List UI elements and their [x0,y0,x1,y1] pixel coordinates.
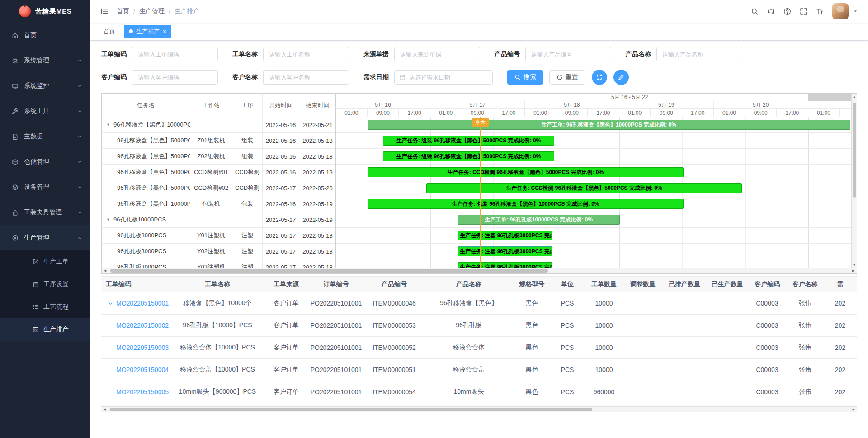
gantt-grid-row[interactable]: 96孔移液盒【黑色】5000PCSZ02组装机组装2022-05-162022-… [102,149,335,165]
gantt-task-name-cell: 96孔移液盒【黑色】5000PCS [102,149,190,164]
gantt-grid-row[interactable]: 96孔孔板3000PCSY02注塑机注塑2022-05-172022-05-18 [102,244,335,259]
gantt-bar[interactable]: 生产任务: 注塑 96孔孔板3000PCS 完成比例: 0% [458,262,552,268]
gantt-grid-row[interactable]: 96孔移液盒【黑色】5000PCSZ01组装机组装2022-05-162022-… [102,133,335,149]
app-root: 苦糖果MES 首页系统管理系统监控系统工具主数据仓储管理设备管理工装夹具管理生产… [0,0,868,438]
order-row[interactable]: MO20220515000510mm吸头【960000】PCS客户订单PO202… [101,381,857,403]
order-link[interactable]: MO202205150003 [116,344,169,351]
sidebar-item-warehouse[interactable]: 仓储管理 [0,149,90,174]
gantt-bar[interactable]: 生产任务: CCD检测 96孔移液盒【黑色】5000PCS 完成比例: 0% [368,167,684,177]
order-link[interactable]: MO202205150004 [116,366,169,373]
order-row[interactable]: MO20220515000296孔孔板【10000】PCS客户订单PO20220… [101,315,857,337]
gantt-grid-row[interactable]: 96孔移液盒【黑色】5000PCSCCD检测#01CCD检测2022-05-16… [102,165,335,180]
reset-button[interactable]: 重置 [549,70,585,85]
sidebar-item-monitoring[interactable]: 系统监控 [0,73,90,99]
filter-input[interactable] [656,47,742,61]
edit-button[interactable] [613,70,629,85]
app-logo[interactable]: 苦糖果MES [0,0,90,23]
user-avatar[interactable] [832,3,849,19]
gantt-grid-row[interactable]: ▼96孔孔板10000PCS2022-05-172022-05-19 [102,212,335,228]
tab-item[interactable]: 首页 [99,25,120,38]
gantt-grid-row[interactable]: ▼96孔移液盒【黑色】10000PCS2022-05-162022-05-21 [102,117,335,133]
question-button[interactable] [783,8,791,15]
order-row[interactable]: MO202205150004移液盒盒盖【10000】PCS客户订单PO20220… [101,359,857,381]
sidebar-item-equipment[interactable]: 设备管理 [0,174,90,200]
gantt-bar[interactable]: 生产任务: 注塑 96孔孔板3000PCS 完成比例: 0% [458,231,552,240]
gantt-bar[interactable]: 生产任务: 组装 96孔移液盒【黑色】5000PCS 完成比例: 0% [383,151,555,161]
orders-table-header-cell: 订单编号 [308,277,364,292]
gantt-grid-row[interactable]: 96孔孔板3000PCSY03注塑机注塑2022-05-172022-05-18 [102,259,335,268]
scrollbar-track[interactable] [108,407,850,412]
gantt-bar[interactable]: 生产工单: 96孔孔板10000PCS 完成比例: 0% [458,215,620,225]
filter-input[interactable] [132,70,218,85]
collapse-triangle-icon[interactable]: ▼ [106,217,110,222]
scroll-up-arrow[interactable]: ▲ [853,94,856,99]
order-row[interactable]: MO202205150003移液盒盒体【10000】PCS客户订单PO20220… [101,337,857,359]
sidebar-item-process-setting[interactable]: 工序设置 [0,273,90,296]
order-cell: 黑色 [514,315,550,336]
scroll-right-arrow[interactable]: ▶ [850,407,857,412]
github-icon [767,8,775,15]
sidebar-item-tools[interactable]: 系统工具 [0,99,90,124]
scrollbar-thumb[interactable] [110,269,548,273]
search-button[interactable] [751,8,759,15]
scroll-down-arrow[interactable]: ▼ [853,262,856,268]
expand-row-icon[interactable] [108,301,113,306]
demand-date-picker[interactable] [394,70,493,85]
scroll-left-arrow[interactable]: ◀ [102,268,108,273]
order-link[interactable]: MO202205150005 [116,388,169,396]
sidebar-item-system[interactable]: 系统管理 [0,48,90,73]
date-input[interactable] [409,74,488,81]
breadcrumb-item[interactable]: 生产管理 [139,7,165,15]
sidebar-item-process-flow[interactable]: 工艺流程 [0,296,90,318]
gantt-station-cell: CCD检测#01 [190,165,232,180]
github-button[interactable] [767,8,775,15]
scrollbar-track[interactable] [852,99,857,262]
sync-button[interactable] [592,70,607,85]
gantt-horizontal-scrollbar[interactable]: ◀▶ [102,268,857,273]
scrollbar-thumb[interactable] [110,408,592,411]
order-link[interactable]: MO202205150002 [116,322,169,329]
gantt-vertical-scrollbar[interactable]: ▲▼ [851,94,857,268]
scroll-right-arrow[interactable]: ▶ [850,268,857,273]
gantt-grid-row[interactable]: 96孔移液盒【黑色】5000PCSCCD检测#02CCD检测2022-05-17… [102,180,335,196]
sidebar-item-work-order[interactable]: 生产工单 [0,250,90,273]
filter-input[interactable] [263,47,349,61]
filter-input[interactable] [132,47,218,61]
gantt-bar[interactable]: 生产任务: CCD检测 96孔移液盒【黑色】5000PCS 完成比例: 0% [426,183,742,193]
filter-input[interactable] [394,47,480,61]
search-button[interactable]: 搜索 [507,70,543,85]
gantt-bar[interactable]: 生产任务: 包装 96孔移液盒【黑色】10000PCS 完成比例: 0% [368,199,684,209]
collapse-triangle-icon[interactable]: ▼ [106,122,110,127]
close-icon[interactable]: × [163,28,166,35]
gantt-grid-row[interactable]: 96孔移液盒【黑色】10000PCS包装机包装2022-05-162022-05… [102,196,335,212]
sync-icon [596,74,603,81]
gantt-scale-hour: 01:00 [430,109,462,117]
caret-down-icon[interactable] [853,9,858,14]
sidebar-item-production[interactable]: 生产管理 [0,225,90,250]
scrollbar-track[interactable] [108,268,850,273]
filter-input[interactable] [263,70,349,85]
sidebar-toggle-button[interactable] [100,7,108,15]
tab-item[interactable]: 生产排产× [124,25,171,38]
sidebar-item-scheduling[interactable]: 生产排产 [0,318,90,341]
gantt-task-name: 96孔孔板3000PCS [117,263,166,268]
gantt-scale-hour: 09:00 [556,109,588,117]
order-link[interactable]: MO202205150001 [116,300,169,307]
filter-input[interactable] [525,47,611,61]
search-icon [751,8,759,15]
breadcrumb-item[interactable]: 首页 [117,7,129,15]
gantt-bar[interactable]: 生产任务: 注塑 96孔孔板3000PCS 完成比例: 0% [458,246,552,256]
sidebar-menu: 首页系统管理系统监控系统工具主数据仓储管理设备管理工装夹具管理生产管理生产工单工… [0,23,90,438]
gantt-bar[interactable]: 生产工单: 96孔移液盒【黑色】10000PCS 完成比例: 0% [368,120,850,130]
fullscreen-button[interactable] [800,8,807,15]
font-size-button[interactable] [816,8,824,15]
table-horizontal-scrollbar[interactable]: ◀▶ [101,406,857,412]
gantt-grid-row[interactable]: 96孔孔板3000PCSY01注塑机注塑2022-05-172022-05-18 [102,228,335,244]
sidebar-item-home[interactable]: 首页 [0,23,90,48]
sidebar-item-fixture[interactable]: 工装夹具管理 [0,200,90,225]
order-row[interactable]: MO202205150001移液盒【黑色】10000个客户订单PO2022051… [101,292,857,315]
sidebar-item-master-data[interactable]: 主数据 [0,124,90,149]
scroll-left-arrow[interactable]: ◀ [101,407,108,412]
gantt-bar[interactable]: 生产任务: 组装 96孔移液盒【黑色】5000PCS 完成比例: 0% [383,136,555,146]
scrollbar-thumb[interactable] [853,103,856,198]
